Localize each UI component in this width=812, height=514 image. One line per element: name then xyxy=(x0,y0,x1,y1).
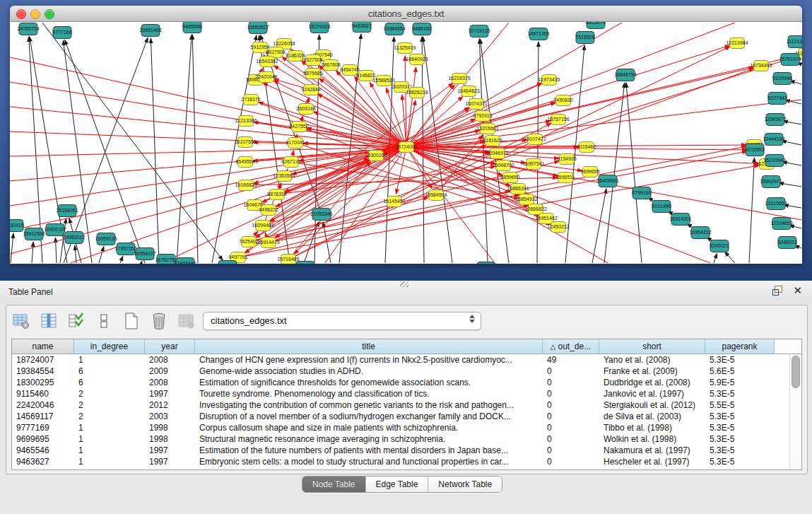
graph-node[interactable]: 15911568 xyxy=(23,228,45,240)
graph-node[interactable]: 9242848 xyxy=(301,85,320,95)
graph-node[interactable]: 14963112 xyxy=(64,232,86,244)
graph-node[interactable]: 9466160 xyxy=(412,23,431,35)
table-row[interactable]: 946362711997Embryonic stem cells: a mode… xyxy=(12,456,801,467)
graph-node[interactable]: 8186328 xyxy=(286,51,305,62)
table-settings-icon[interactable] xyxy=(12,311,30,331)
graph-edge[interactable] xyxy=(779,183,801,187)
graph-node[interactable]: 9170041 xyxy=(286,138,305,148)
column-editor-icon[interactable] xyxy=(40,311,58,331)
column-header-out_de[interactable]: △out_de... xyxy=(543,339,599,354)
graph-node[interactable]: 8596511 xyxy=(556,173,575,183)
graph-edge[interactable] xyxy=(192,35,198,263)
graph-edge[interactable] xyxy=(288,47,730,259)
vertical-scrollbar[interactable] xyxy=(789,354,801,468)
graph-node[interactable]: 16048700 xyxy=(492,160,514,171)
graph-node[interactable]: 5875685 xyxy=(303,69,322,79)
graph-node[interactable]: 15145451 xyxy=(383,197,405,207)
graph-edge[interactable] xyxy=(592,189,606,263)
graph-node[interactable]: 12923446 xyxy=(174,258,196,264)
graph-node[interactable]: 20691406 xyxy=(139,25,161,37)
graph-node[interactable]: 16958107 xyxy=(134,248,155,260)
panel-resize-grip[interactable] xyxy=(400,281,408,287)
row-height-icon[interactable] xyxy=(95,311,113,331)
table-row[interactable]: 1456911722003Disruption of a novel membe… xyxy=(12,411,801,422)
float-panel-icon[interactable] xyxy=(772,286,783,296)
graph-node[interactable]: 10954222 xyxy=(689,227,711,239)
graph-edge[interactable] xyxy=(269,197,428,243)
delete-table-icon[interactable] xyxy=(150,311,168,331)
graph-edge[interactable] xyxy=(259,102,406,147)
graph-node[interactable]: 16648794 xyxy=(614,69,636,81)
network-window-titlebar[interactable]: citations_edges.txt xyxy=(10,6,802,22)
graph-edge[interactable] xyxy=(32,242,33,263)
graph-node[interactable]: 10505157 xyxy=(44,224,66,236)
graph-edge[interactable] xyxy=(10,147,406,181)
graph-edge[interactable] xyxy=(263,83,406,147)
graph-node[interactable]: 6549554 xyxy=(235,157,254,168)
graph-node[interactable]: 8267130 xyxy=(281,157,300,168)
network-canvas[interactable]: 1872400718300295591295413226058982750881… xyxy=(10,22,802,264)
graph-node[interactable]: 21053346 xyxy=(310,209,332,221)
tab-edge-table[interactable]: Edge Table xyxy=(366,477,429,492)
graph-node[interactable]: 7515526 xyxy=(575,32,594,44)
graph-edge[interactable] xyxy=(99,247,104,263)
graph-node[interactable]: 9161620 xyxy=(483,136,502,146)
graph-node[interactable]: 16973771 xyxy=(475,262,497,264)
graph-node[interactable]: 16216375 xyxy=(448,74,470,84)
graph-node[interactable]: 7450830 xyxy=(553,95,572,106)
table-row[interactable]: 1938455462009Genome-wide association stu… xyxy=(12,366,801,377)
graph-node[interactable]: 2867608 xyxy=(321,60,340,71)
graph-edge[interactable] xyxy=(724,252,735,263)
graph-node[interactable]: 2718176 xyxy=(241,95,260,105)
graph-node[interactable]: 9154935 xyxy=(557,154,576,165)
graph-node[interactable]: 9465546 xyxy=(182,22,201,33)
graph-node[interactable]: 9498222 xyxy=(259,205,278,216)
graph-node[interactable]: 12093872 xyxy=(764,114,786,126)
graph-node[interactable]: 10719135 xyxy=(468,25,490,37)
scrollbar-thumb[interactable] xyxy=(792,356,800,388)
graph-node[interactable]: 12444194 xyxy=(763,134,784,146)
graph-node[interactable]: 24055724 xyxy=(17,23,39,35)
graph-node[interactable]: 9463627 xyxy=(352,22,371,33)
close-panel-icon[interactable]: ✕ xyxy=(793,286,802,296)
graph-edge[interactable] xyxy=(151,38,159,263)
column-header-year[interactable]: year xyxy=(145,339,195,354)
graph-node[interactable]: 9245021 xyxy=(710,240,729,252)
graph-node[interactable]: 19059135 xyxy=(95,233,117,245)
graph-node[interactable]: 2603144 xyxy=(296,104,315,115)
graph-edge[interactable] xyxy=(406,140,527,147)
graph-node[interactable]: 12213386 xyxy=(235,116,257,127)
graph-edge[interactable] xyxy=(406,100,801,147)
graph-edge[interactable] xyxy=(11,233,13,263)
graph-node[interactable]: 9792913 xyxy=(473,111,492,122)
graph-node[interactable]: 11325419 xyxy=(394,43,416,54)
graph-node[interactable]: 10959387 xyxy=(216,261,238,264)
graph-node[interactable]: 15751074 xyxy=(779,54,801,66)
graph-node[interactable]: 9930415 xyxy=(10,220,24,232)
graph-edge[interactable] xyxy=(714,253,717,263)
graph-node[interactable]: 16957541 xyxy=(522,159,544,170)
graph-node[interactable]: 16914201 xyxy=(669,214,691,226)
column-header-pagerank[interactable]: pagerank xyxy=(705,339,775,354)
graph-node[interactable]: 9327508 xyxy=(303,55,322,66)
graph-node[interactable]: 18640923 xyxy=(406,54,428,65)
graph-node[interactable]: 8878334 xyxy=(267,189,286,200)
select-rows-icon[interactable] xyxy=(67,311,86,331)
graph-node[interactable]: 10464823 xyxy=(457,86,479,97)
column-header-short[interactable]: short xyxy=(599,339,705,354)
graph-node[interactable]: 8427552 xyxy=(289,122,308,132)
network-graph[interactable]: 1872400718300295591295413226058982750881… xyxy=(10,22,802,264)
graph-node[interactable]: 9215953 xyxy=(745,144,764,156)
table-row[interactable]: 2242004622012Investigating the contribut… xyxy=(12,399,801,411)
graph-node[interactable]: 19384554 xyxy=(383,23,405,35)
graph-node[interactable]: 7625402 xyxy=(239,237,258,247)
graph-node[interactable]: 8813074 xyxy=(586,22,605,29)
graph-node[interactable]: 25166051 xyxy=(56,205,78,217)
graph-node[interactable]: 16099489 xyxy=(252,221,273,231)
graph-edge[interactable] xyxy=(65,40,145,263)
table-selector-combobox[interactable]: citations_edges.txt xyxy=(203,312,481,330)
table-row[interactable]: 946554611997Estimation of the future num… xyxy=(12,445,801,456)
graph-node[interactable]: 9129946 xyxy=(772,73,792,85)
graph-node[interactable]: 9699695 xyxy=(580,167,599,177)
graph-node[interactable]: 9115460 xyxy=(577,142,596,153)
